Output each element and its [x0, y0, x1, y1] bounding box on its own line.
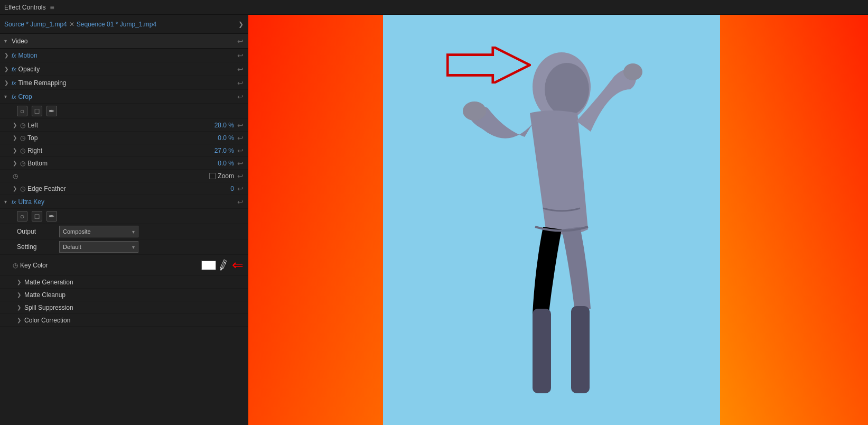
video-section-title: Video — [12, 38, 27, 45]
panel-scroll-area[interactable]: ▾ Video ↩ ❯ fx Motion ↩ ❯ fx Opacity ↩ ❯ — [0, 34, 248, 425]
eyedropper-icon[interactable]: 🖉 — [217, 257, 231, 272]
top-reset-button[interactable]: ↩ — [237, 134, 244, 142]
zoom-checkbox-area[interactable]: Zoom — [209, 172, 234, 180]
video-preview — [383, 15, 720, 425]
color-correction-row[interactable]: ❯ Color Correction — [0, 314, 248, 327]
edge-feather-row[interactable]: ❯ ◷ Edge Feather 0 ↩ — [0, 182, 248, 195]
matte-cleanup-row[interactable]: ❯ Matte Cleanup — [0, 289, 248, 301]
bottom-prop-value[interactable]: 0.0 % — [202, 160, 234, 167]
right-expand-icon[interactable]: ❯ — [13, 147, 18, 153]
setting-dropdown[interactable]: Default ▾ — [59, 241, 138, 253]
edge-feather-prop-value[interactable]: 0 — [202, 185, 234, 192]
left-prop-name: Left — [27, 122, 202, 129]
left-reset-button[interactable]: ↩ — [237, 121, 244, 130]
menu-icon[interactable]: ≡ — [50, 3, 54, 12]
zoom-reset-button[interactable]: ↩ — [237, 172, 244, 180]
top-prop-name: Top — [27, 134, 202, 142]
setting-dropdown-value: Default — [63, 244, 81, 250]
crop-tools-row: ○ □ ✒ — [0, 104, 248, 119]
motion-effect-row[interactable]: ❯ fx Motion ↩ — [0, 49, 248, 62]
right-red-overlay — [720, 15, 868, 425]
zoom-label: Zoom — [218, 172, 234, 180]
crop-fx-badge: fx — [12, 94, 16, 100]
opacity-effect-row[interactable]: ❯ fx Opacity ↩ — [0, 62, 248, 76]
crop-effect-row[interactable]: ▾ fx Crop ↩ — [0, 90, 248, 104]
spill-suppression-label: Spill Suppression — [24, 304, 244, 311]
matte-cleanup-expand-icon[interactable]: ❯ — [17, 292, 22, 298]
zoom-stopwatch-icon: ◷ — [13, 172, 18, 180]
top-prop-value[interactable]: 0.0 % — [202, 134, 234, 142]
left-prop-value[interactable]: 28.0 % — [202, 122, 234, 129]
crop-right-row[interactable]: ❯ ◷ Right 27.0 % ↩ — [0, 144, 248, 157]
svg-point-5 — [463, 101, 486, 121]
matte-generation-row[interactable]: ❯ Matte Generation — [0, 276, 248, 289]
key-color-swatch[interactable] — [201, 261, 216, 270]
right-prop-value[interactable]: 27.0 % — [202, 147, 234, 154]
edge-feather-stopwatch-icon: ◷ — [20, 185, 25, 192]
output-row: Output Composite ▾ — [0, 224, 248, 239]
matte-gen-expand-icon[interactable]: ❯ — [17, 279, 22, 285]
svg-rect-4 — [571, 306, 590, 393]
zoom-checkbox[interactable] — [209, 173, 216, 179]
ultra-key-reset-button[interactable]: ↩ — [237, 198, 244, 206]
left-expand-icon[interactable]: ❯ — [13, 122, 18, 128]
motion-expand-icon[interactable]: ❯ — [4, 52, 10, 58]
color-correction-expand-icon[interactable]: ❯ — [17, 317, 22, 323]
source-clip-link[interactable]: Source * Jump_1.mp4 — [4, 21, 67, 28]
output-dropdown[interactable]: Composite ▾ — [59, 226, 138, 237]
setting-row: Setting Default ▾ — [0, 239, 248, 255]
motion-effect-name: Motion — [18, 52, 38, 59]
time-remapping-reset-button[interactable]: ↩ — [237, 79, 244, 87]
spill-suppression-expand-icon[interactable]: ❯ — [17, 304, 22, 310]
setting-dropdown-arrow: ▾ — [132, 244, 135, 250]
header-bar: Effect Controls ≡ — [0, 0, 868, 15]
opacity-reset-button[interactable]: ↩ — [237, 65, 244, 73]
edge-feather-reset-button[interactable]: ↩ — [237, 184, 244, 193]
key-color-label: Key Color — [20, 262, 201, 269]
crop-reset-button[interactable]: ↩ — [237, 93, 244, 101]
sequence-link[interactable]: Sequence 01 * Jump_1.mp4 — [77, 21, 156, 28]
video-expand-icon[interactable]: ▾ — [4, 38, 10, 44]
source-expand-arrow[interactable]: ❯ — [238, 21, 244, 28]
svg-rect-3 — [533, 309, 551, 393]
video-reset-button[interactable]: ↩ — [237, 37, 244, 45]
svg-point-2 — [545, 63, 589, 116]
opacity-expand-icon[interactable]: ❯ — [4, 66, 10, 72]
crop-left-row[interactable]: ❯ ◷ Left 28.0 % ↩ — [0, 119, 248, 132]
ultra-key-effect-name: Ultra Key — [18, 198, 44, 206]
pen-tool-button[interactable]: ✒ — [46, 106, 57, 116]
motion-reset-button[interactable]: ↩ — [237, 51, 244, 60]
right-stopwatch-icon: ◷ — [20, 147, 25, 154]
ultra-key-expand-icon[interactable]: ▾ — [4, 199, 10, 205]
bottom-expand-icon[interactable]: ❯ — [13, 160, 18, 166]
left-stopwatch-icon: ◷ — [20, 122, 25, 129]
zoom-row: ◷ Zoom ↩ — [0, 170, 248, 182]
rectangle-tool-button[interactable]: □ — [32, 106, 42, 116]
spill-suppression-row[interactable]: ❯ Spill Suppression — [0, 301, 248, 314]
time-remapping-effect-name: Time Remapping — [18, 79, 67, 87]
ultra-key-fx-badge: fx — [12, 199, 16, 205]
ultra-key-pen-tool-button[interactable]: ✒ — [46, 211, 57, 221]
crop-top-row[interactable]: ❯ ◷ Top 0.0 % ↩ — [0, 132, 248, 144]
crop-bottom-row[interactable]: ❯ ◷ Bottom 0.0 % ↩ — [0, 157, 248, 170]
ultra-key-ellipse-tool-button[interactable]: ○ — [17, 211, 27, 221]
key-color-annotation-arrow: ⇐ — [232, 257, 244, 273]
left-red-overlay — [248, 15, 383, 425]
bottom-reset-button[interactable]: ↩ — [237, 159, 244, 168]
ultra-key-rectangle-tool-button[interactable]: □ — [32, 211, 42, 221]
video-section-header: ▾ Video ↩ — [0, 34, 248, 49]
crop-expand-icon[interactable]: ▾ — [4, 94, 10, 99]
edge-feather-expand-icon[interactable]: ❯ — [13, 186, 18, 191]
right-reset-button[interactable]: ↩ — [237, 146, 244, 155]
opacity-effect-name: Opacity — [18, 66, 40, 73]
time-remapping-expand-icon[interactable]: ❯ — [4, 80, 10, 86]
person-figure — [456, 29, 678, 425]
output-label: Output — [17, 228, 59, 235]
top-expand-icon[interactable]: ❯ — [13, 135, 18, 141]
ellipse-tool-button[interactable]: ○ — [17, 106, 27, 116]
key-color-stopwatch-icon: ◷ — [13, 262, 18, 269]
time-remapping-effect-row[interactable]: ❯ fx Time Remapping ↩ — [0, 76, 248, 90]
ultra-key-effect-row[interactable]: ▾ fx Ultra Key ↩ — [0, 195, 248, 209]
source-row: Source * Jump_1.mp4 ✕ Sequence 01 * Jump… — [0, 15, 248, 34]
effect-controls-panel: Source * Jump_1.mp4 ✕ Sequence 01 * Jump… — [0, 15, 248, 425]
